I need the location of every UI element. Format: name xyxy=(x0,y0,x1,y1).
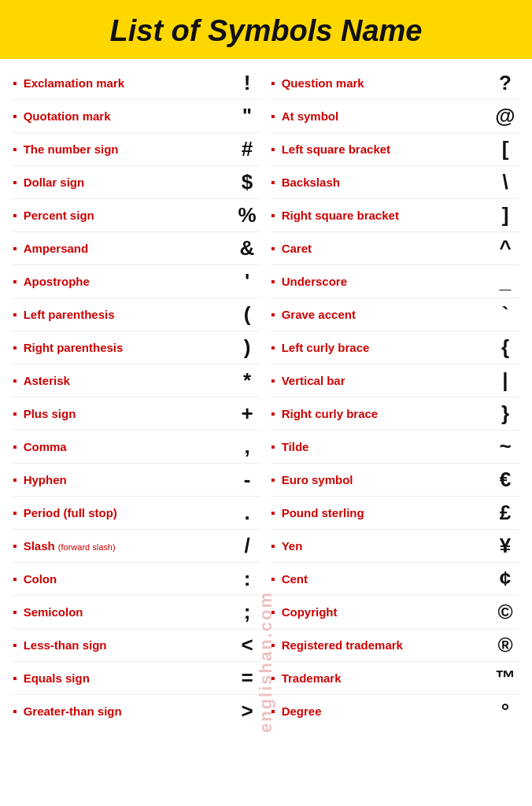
bullet-icon: ▪ xyxy=(13,76,17,91)
symbol-character: + xyxy=(233,401,261,426)
symbol-name: Greater-than sign xyxy=(24,704,233,718)
symbol-name: Degree xyxy=(282,704,491,718)
list-item: ▪Left parenthesis( xyxy=(13,298,261,331)
symbol-name: Pound sterling xyxy=(282,506,491,519)
symbol-character: \ xyxy=(491,170,519,194)
symbol-character: ) xyxy=(233,335,261,360)
bullet-icon: ▪ xyxy=(13,374,17,388)
symbol-name: Caret xyxy=(282,242,491,255)
symbol-name: Grave accent xyxy=(282,308,491,321)
bullet-icon: ▪ xyxy=(271,374,275,388)
symbol-name: Less-than sign xyxy=(24,638,233,652)
bullet-icon: ▪ xyxy=(271,209,275,223)
symbol-name: Plus sign xyxy=(24,407,233,420)
left-column: ▪Exclamation mark!▪Quotation mark"▪The n… xyxy=(8,67,266,727)
symbol-name: Equals sign xyxy=(24,671,233,685)
bullet-icon: ▪ xyxy=(13,142,17,157)
bullet-icon: ▪ xyxy=(271,605,275,619)
symbol-character: " xyxy=(233,104,261,128)
bullet-icon: ▪ xyxy=(13,109,17,124)
list-item: ▪Pound sterling£ xyxy=(271,497,519,529)
bullet-icon: ▪ xyxy=(271,308,275,322)
bullet-icon: ▪ xyxy=(271,440,275,454)
bullet-icon: ▪ xyxy=(13,176,17,190)
list-item: ▪Plus sign+ xyxy=(13,397,261,430)
symbol-name: Apostrophe xyxy=(24,275,233,288)
symbol-name: Registered trademark xyxy=(282,638,491,652)
symbol-name: Asterisk xyxy=(24,374,233,387)
symbol-name: Hyphen xyxy=(24,473,233,486)
list-item: ▪Apostrophe' xyxy=(13,265,261,298)
symbol-character: ™ xyxy=(491,666,519,690)
bullet-icon: ▪ xyxy=(271,407,275,421)
symbol-name: Left parenthesis xyxy=(24,308,233,321)
bullet-icon: ▪ xyxy=(13,539,17,553)
symbol-character: & xyxy=(233,236,261,261)
symbol-character: € xyxy=(491,468,519,492)
list-item: ▪Right curly brace} xyxy=(271,397,519,430)
bullet-icon: ▪ xyxy=(271,572,275,586)
symbol-character: ® xyxy=(491,633,519,657)
symbol-character: | xyxy=(491,368,519,393)
symbol-name: Percent sign xyxy=(24,209,233,222)
list-item: ▪Hyphen- xyxy=(13,464,261,496)
list-item: ▪Caret^ xyxy=(271,232,519,264)
list-item: ▪Euro symbol€ xyxy=(271,464,519,496)
list-item: ▪Percent sign% xyxy=(13,199,261,231)
bullet-icon: ▪ xyxy=(271,506,275,520)
list-item: ▪Vertical bar| xyxy=(271,364,519,397)
list-item: ▪Period (full stop). xyxy=(13,497,261,529)
bullet-icon: ▪ xyxy=(271,176,275,190)
symbol-name: Comma xyxy=(24,440,233,453)
symbol-character: * xyxy=(233,368,261,393)
list-item: ▪Comma, xyxy=(13,431,261,463)
symbol-character: : xyxy=(233,567,261,591)
symbol-character: ; xyxy=(233,600,261,624)
symbol-name: Backslash xyxy=(282,176,491,189)
symbol-character: ( xyxy=(233,302,261,327)
symbol-character: © xyxy=(491,600,519,624)
bullet-icon: ▪ xyxy=(271,704,275,719)
bullet-icon: ▪ xyxy=(13,506,17,520)
symbol-name: Right square bracket xyxy=(282,209,491,222)
symbol-name: Quotation mark xyxy=(24,109,233,123)
symbol-character: > xyxy=(233,699,261,723)
bullet-icon: ▪ xyxy=(13,473,17,487)
symbol-name: Left square bracket xyxy=(282,142,491,156)
list-item: ▪Backslash\ xyxy=(271,166,519,198)
list-item: ▪Exclamation mark! xyxy=(13,67,261,99)
list-item: ▪Less-than sign< xyxy=(13,629,261,661)
bullet-icon: ▪ xyxy=(271,142,275,157)
symbol-name: Period (full stop) xyxy=(24,506,233,519)
list-item: ▪Grave accent` xyxy=(271,298,519,331)
symbol-character: ? xyxy=(491,71,519,95)
symbol-character: % xyxy=(233,203,261,227)
symbol-name: Cent xyxy=(282,572,491,586)
bullet-icon: ▪ xyxy=(271,76,275,91)
list-item: ▪Trademark™ xyxy=(271,662,519,694)
bullet-icon: ▪ xyxy=(13,209,17,223)
list-item: ▪Quotation mark" xyxy=(13,100,261,132)
symbol-character: # xyxy=(233,137,261,161)
symbol-character: _ xyxy=(491,269,519,294)
bullet-icon: ▪ xyxy=(13,671,17,686)
symbol-character: { xyxy=(491,335,519,360)
symbol-name: Dollar sign xyxy=(24,176,233,189)
list-item: ▪Colon: xyxy=(13,563,261,595)
page-title: List of Symbols Name xyxy=(16,14,516,48)
symbol-name: Left curly brace xyxy=(282,341,491,354)
list-item: ▪Yen¥ xyxy=(271,530,519,562)
symbol-name: At symbol xyxy=(282,109,491,123)
bullet-icon: ▪ xyxy=(13,605,17,619)
list-item: ▪Left square bracket[ xyxy=(271,133,519,165)
symbol-name: Vertical bar xyxy=(282,374,491,387)
symbol-character: / xyxy=(233,534,261,558)
list-item: ▪Right parenthesis) xyxy=(13,331,261,364)
list-item: ▪Underscore_ xyxy=(271,265,519,298)
symbol-character: ¢ xyxy=(491,567,519,591)
symbol-name: Ampersand xyxy=(24,242,233,255)
list-item: ▪Right square bracket] xyxy=(271,199,519,231)
bullet-icon: ▪ xyxy=(271,638,275,653)
list-item: ▪Degree° xyxy=(271,695,519,727)
bullet-icon: ▪ xyxy=(13,704,17,719)
